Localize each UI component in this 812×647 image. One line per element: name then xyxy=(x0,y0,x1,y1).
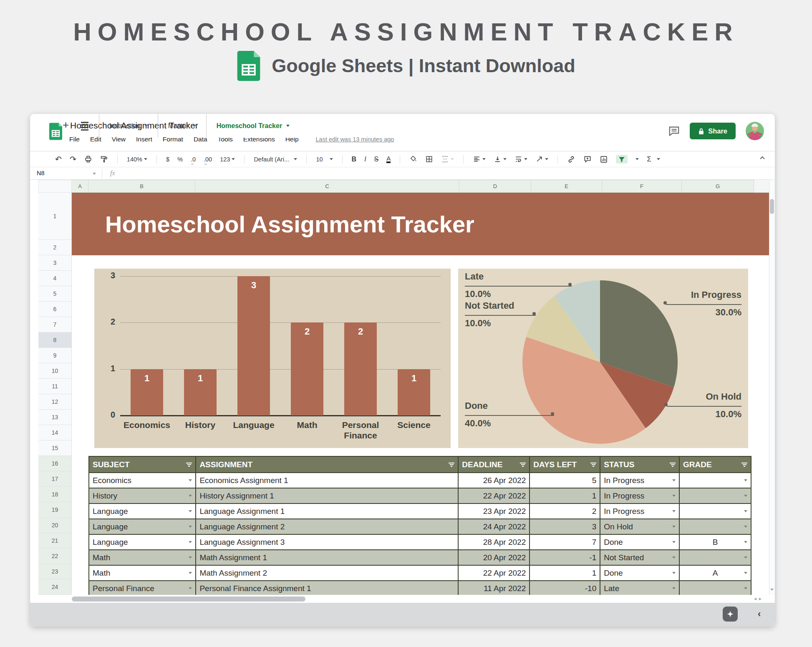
cell-days_left[interactable]: 5 xyxy=(529,473,600,488)
cell-dropdown-icon[interactable] xyxy=(672,526,676,528)
table-header-deadline[interactable]: DEADLINE xyxy=(458,457,529,472)
table-header-days-left[interactable]: DAYS LEFT xyxy=(529,457,600,472)
last-edit-link[interactable]: Last edit was 13 minutes ago xyxy=(316,136,394,143)
italic-icon[interactable]: I xyxy=(364,156,366,163)
cell-days_left[interactable]: 2 xyxy=(529,504,600,519)
cell-days_left[interactable]: -10 xyxy=(529,581,600,595)
cell-dropdown-icon[interactable] xyxy=(189,510,192,512)
cell-subject[interactable]: Language xyxy=(89,519,195,534)
row-header-2[interactable]: 2 xyxy=(38,240,72,255)
filter-views-dropdown[interactable] xyxy=(635,158,639,160)
filter-icon[interactable] xyxy=(520,463,526,467)
cell-deadline[interactable]: 28 Apr 2022 xyxy=(458,535,529,549)
cell-status[interactable]: On Hold xyxy=(600,519,679,534)
filter-icon[interactable] xyxy=(590,463,596,467)
cell-dropdown-icon[interactable] xyxy=(672,587,676,589)
horizontal-scrollbar-thumb[interactable] xyxy=(72,597,305,602)
column-header-F[interactable]: F xyxy=(602,180,682,193)
insert-chart-icon[interactable] xyxy=(600,155,608,164)
cell-grade[interactable] xyxy=(679,519,751,534)
decrease-decimal-icon[interactable]: .0← xyxy=(191,156,196,163)
cell-dropdown-icon[interactable] xyxy=(744,479,747,481)
row-header-9[interactable]: 9 xyxy=(38,348,72,363)
filter-icon[interactable] xyxy=(186,463,192,467)
cell-assignment[interactable]: Math Assignment 2 xyxy=(195,566,458,580)
row-header-16[interactable]: 16 xyxy=(38,456,72,471)
row-header-21[interactable]: 21 xyxy=(38,533,72,549)
cell-days_left[interactable]: 1 xyxy=(529,488,600,503)
cell-deadline[interactable]: 22 Apr 2022 xyxy=(458,566,529,580)
cell-dropdown-icon[interactable] xyxy=(189,479,192,481)
cell-deadline[interactable]: 24 Apr 2022 xyxy=(458,519,529,534)
cell-dropdown-icon[interactable] xyxy=(744,526,747,528)
borders-icon[interactable] xyxy=(425,155,433,163)
cell-dropdown-icon[interactable] xyxy=(672,495,676,497)
row-header-3[interactable]: 3 xyxy=(38,255,72,271)
cell-days_left[interactable]: -1 xyxy=(529,550,600,565)
table-header-subject[interactable]: SUBJECT xyxy=(89,457,195,472)
undo-icon[interactable]: ↶ xyxy=(55,154,62,164)
table-header-status[interactable]: STATUS xyxy=(600,457,679,472)
cell-status[interactable]: Done xyxy=(600,566,679,580)
cell-dropdown-icon[interactable] xyxy=(744,587,747,589)
paint-format-icon[interactable] xyxy=(100,155,108,163)
cell-grade[interactable] xyxy=(679,581,751,595)
cell-subject[interactable]: Math xyxy=(89,566,195,580)
cell-grade[interactable] xyxy=(679,488,751,503)
cell-assignment[interactable]: Math Assignment 1 xyxy=(195,550,458,565)
row-header-10[interactable]: 10 xyxy=(38,363,72,379)
cell-subject[interactable]: Economics xyxy=(89,473,195,488)
vertical-scrollbar[interactable] xyxy=(769,180,775,595)
redo-icon[interactable]: ↷ xyxy=(70,154,76,164)
cell-status[interactable]: In Progress xyxy=(600,504,679,519)
share-button[interactable]: Share xyxy=(690,123,736,139)
row-header-7[interactable]: 7 xyxy=(38,317,72,332)
cell-days_left[interactable]: 1 xyxy=(529,566,600,580)
font-size-select[interactable]: 10 xyxy=(316,156,333,163)
tab-master[interactable]: Master xyxy=(158,114,207,138)
font-select[interactable]: Default (Ari... xyxy=(254,156,297,163)
cell-deadline[interactable]: 26 Apr 2022 xyxy=(458,473,529,488)
cell-dropdown-icon[interactable] xyxy=(744,572,747,574)
format-currency-icon[interactable]: $ xyxy=(166,156,169,163)
all-sheets-icon[interactable] xyxy=(81,122,88,131)
column-header-E[interactable]: E xyxy=(531,180,602,193)
add-sheet-icon[interactable]: + xyxy=(63,119,69,130)
cell-dropdown-icon[interactable] xyxy=(672,572,676,574)
row-header-15[interactable]: 15 xyxy=(38,441,72,456)
tab-menu-icon[interactable] xyxy=(193,125,196,127)
fill-color-icon[interactable] xyxy=(409,155,417,163)
filter-icon[interactable] xyxy=(670,463,676,467)
cell-assignment[interactable]: Economics Assignment 1 xyxy=(195,473,458,488)
tab-menu-icon[interactable] xyxy=(144,125,148,127)
row-header-18[interactable]: 18 xyxy=(38,487,72,502)
row-header-5[interactable]: 5 xyxy=(38,286,72,302)
cell-status[interactable]: In Progress xyxy=(600,488,679,503)
cell-status[interactable]: Done xyxy=(600,535,679,549)
scroll-down-icon[interactable] xyxy=(769,584,775,595)
row-header-20[interactable]: 20 xyxy=(38,518,72,533)
column-header-C[interactable]: C xyxy=(195,180,459,193)
cell-dropdown-icon[interactable] xyxy=(189,541,192,543)
cell-assignment[interactable]: Language Assignment 2 xyxy=(195,519,458,534)
select-all-corner[interactable] xyxy=(38,180,72,193)
cell-deadline[interactable]: 11 Apr 2022 xyxy=(458,581,529,595)
insert-link-icon[interactable] xyxy=(567,155,575,164)
cell-days_left[interactable]: 3 xyxy=(529,519,600,534)
cell-subject[interactable]: Personal Finance xyxy=(89,581,195,595)
tab-instruction[interactable]: Instruction xyxy=(99,114,158,138)
row-header-6[interactable]: 6 xyxy=(38,302,72,317)
cell-deadline[interactable]: 20 Apr 2022 xyxy=(458,550,529,565)
text-color-icon[interactable]: A xyxy=(386,155,391,164)
table-header-grade[interactable]: GRADE xyxy=(679,457,751,472)
explore-button[interactable] xyxy=(723,607,738,622)
horizontal-scroll-arrows[interactable]: ◂▸ xyxy=(754,596,762,602)
collapse-toolbar-icon[interactable] xyxy=(759,155,766,161)
row-header-23[interactable]: 23 xyxy=(38,564,72,579)
filter-icon[interactable] xyxy=(449,463,454,467)
row-header-4[interactable]: 4 xyxy=(38,271,72,286)
cell-dropdown-icon[interactable] xyxy=(744,510,747,512)
cell-dropdown-icon[interactable] xyxy=(672,479,676,481)
table-header-assignment[interactable]: ASSIGNMENT xyxy=(195,457,458,472)
cell-deadline[interactable]: 22 Apr 2022 xyxy=(458,488,529,503)
